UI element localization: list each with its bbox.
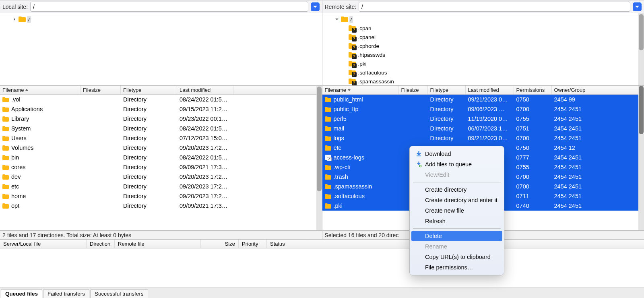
col-modified[interactable]: Last modified [177,86,233,94]
file-type: Directory [121,135,177,141]
tree-item[interactable]: ?.pki [322,59,644,68]
col-modified[interactable]: Last modified [466,86,514,94]
local-path-dropdown[interactable] [311,2,320,11]
remote-path-dropdown[interactable] [633,2,642,11]
menu-create-file[interactable]: Create new file [411,205,502,216]
table-row[interactable]: homeDirectory09/20/2023 17:2… [0,191,322,201]
file-name: Applications [11,106,43,112]
col-filename[interactable]: Filename [0,86,80,94]
remote-tree[interactable]: / ?.cpan?.cpanel?.cphorde?.htpasswds?.pk… [322,13,644,86]
menu-rename: Rename [411,241,502,252]
tab-failed[interactable]: Failed transfers [43,289,89,298]
col-permissions[interactable]: Permissions [514,86,552,94]
col-owner[interactable]: Owner/Group [552,86,592,94]
remote-path-input[interactable] [359,2,630,12]
file-owner: 2454 2451 [552,116,592,122]
file-modified: 07/12/2023 15:0… [177,135,233,141]
local-tree-root[interactable]: / [0,15,322,24]
menu-delete[interactable]: Delete [411,231,502,241]
tree-item[interactable]: ?.spamassassin [322,77,644,86]
file-name: Users [11,135,27,141]
col-filetype[interactable]: Filetype [121,86,177,94]
table-row[interactable]: .volDirectory08/24/2022 01:5… [0,95,322,104]
expand-icon[interactable] [12,17,17,22]
qcol-direction[interactable]: Direction [87,240,115,248]
col-filesize[interactable]: Filesize [80,86,121,94]
menu-create-directory-enter[interactable]: Create directory and enter it [411,195,502,205]
file-name: etc [334,145,341,151]
local-path-input[interactable] [30,2,308,12]
tree-item[interactable]: ?.cpan [322,24,644,33]
remote-site-bar: Remote site: [322,0,644,13]
file-name: home [11,193,26,199]
folder-icon [325,184,331,189]
table-row[interactable]: optDirectory09/09/2021 17:3… [0,201,322,211]
file-name: public_html [334,96,363,103]
tree-item-label: .htpasswds [357,52,387,58]
file-permissions: 0750 [514,145,552,151]
table-row[interactable]: public_ftpDirectory09/06/2023 …07002454 … [322,104,644,114]
qcol-file[interactable]: Server/Local file [0,240,87,248]
col-filesize[interactable]: Filesize [399,86,428,94]
local-tree[interactable]: / [0,13,322,86]
file-permissions: 0740 [514,203,552,209]
table-row[interactable]: UsersDirectory07/12/2023 15:0… [0,133,322,143]
folder-icon [325,165,331,170]
tree-item[interactable]: ?.htpasswds [322,50,644,59]
collapse-icon[interactable] [334,17,340,22]
table-row[interactable]: mailDirectory06/07/2023 1…07512454 2451 [322,124,644,133]
folder-icon [2,174,9,180]
file-type: Directory [121,125,177,132]
folder-unknown-icon: ? [349,79,356,84]
folder-unknown-icon: ? [349,61,356,66]
tree-item[interactable]: ?.cpanel [322,33,644,41]
tab-successful[interactable]: Successful transfers [90,289,148,298]
file-type: Directory [121,106,177,112]
menu-copy-url[interactable]: Copy URL(s) to clipboard [411,252,502,262]
scrollbar[interactable] [316,86,322,230]
table-row[interactable]: etcDirectory09/20/2023 17:2… [0,182,322,191]
tree-item[interactable]: ?.cphorde [322,41,644,50]
remote-tree-root[interactable]: / [322,15,644,24]
table-row[interactable]: SystemDirectory08/24/2022 01:5… [0,124,322,133]
folder-icon [325,97,331,102]
table-row[interactable]: logsDirectory09/21/2023 0…07002454 2451 [322,133,644,143]
local-table-body[interactable]: .volDirectory08/24/2022 01:5…Application… [0,95,322,230]
table-row[interactable]: devDirectory09/20/2023 17:2… [0,172,322,182]
tab-queued[interactable]: Queued files [1,289,42,298]
queue-body[interactable] [0,248,644,288]
table-row[interactable]: LibraryDirectory09/23/2022 00:1… [0,114,322,124]
tree-item[interactable]: ?.softaculous [322,68,644,77]
folder-icon [325,194,331,199]
menu-add-to-queue[interactable]: Add files to queue [411,159,502,170]
table-row[interactable]: coresDirectory09/09/2021 17:3… [0,162,322,172]
file-name: public_ftp [334,106,359,112]
scrollbar[interactable] [638,86,644,230]
file-owner: 2454 2451 [552,183,592,190]
file-modified: 09/21/2023 0… [466,135,514,141]
qcol-priority[interactable]: Priority [239,240,267,248]
qcol-size[interactable]: Size [201,240,239,248]
file-name: access-logs [334,154,365,161]
file-type: Directory [121,164,177,170]
menu-refresh[interactable]: Refresh [411,216,502,226]
local-site-label: Local site: [2,4,28,10]
table-row[interactable]: perl5Directory11/19/2020 0…07552454 2451 [322,114,644,124]
col-filename[interactable]: Filename [322,86,399,94]
menu-file-permissions[interactable]: File permissions… [411,262,502,273]
file-permissions: 0700 [514,183,552,190]
scrollbar[interactable] [638,13,644,85]
folder-icon [325,126,331,131]
col-filetype[interactable]: Filetype [428,86,466,94]
table-row[interactable]: public_htmlDirectory09/21/2023 0…0750245… [322,95,644,104]
table-row[interactable]: binDirectory08/24/2022 01:5… [0,153,322,162]
table-row[interactable]: VolumesDirectory09/20/2023 17:2… [0,143,322,153]
folder-icon [325,116,331,122]
file-owner: 2454 2451 [552,164,592,170]
qcol-remote[interactable]: Remote file [115,240,201,248]
table-row[interactable]: ApplicationsDirectory09/15/2023 11:2… [0,104,322,114]
menu-create-directory[interactable]: Create directory [411,184,502,195]
file-owner: 2454 2451 [552,135,592,141]
file-permissions: 0711 [514,193,552,199]
menu-download[interactable]: Download [411,149,502,159]
